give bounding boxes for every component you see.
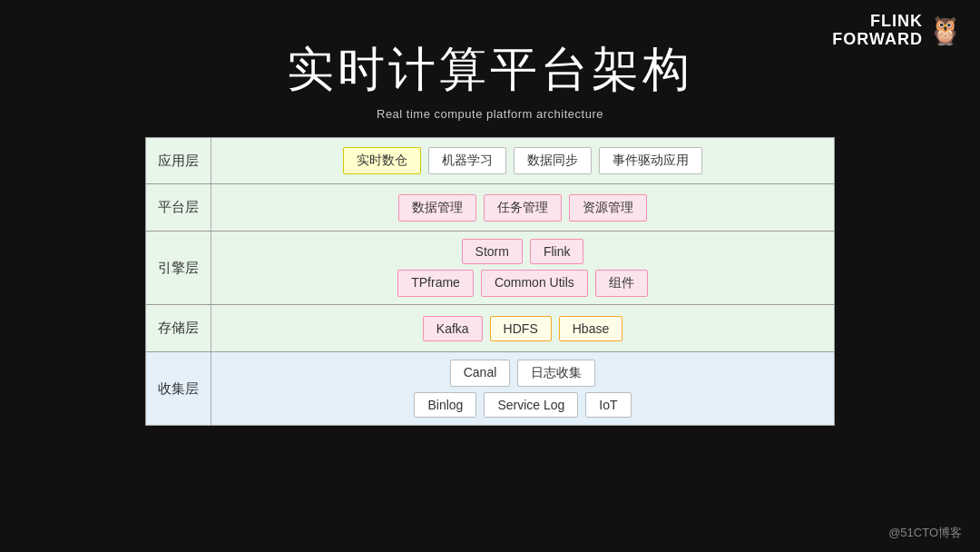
application-content: 实时数仓 机器学习 数据同步 事件驱动应用 <box>211 138 834 183</box>
chip-storm: Storm <box>462 239 523 264</box>
engine-content: Storm Flink TPframe Common Utils 组件 <box>211 232 834 304</box>
chip-realtime-warehouse: 实时数仓 <box>343 147 421 174</box>
logo-icon: 🦉 <box>928 15 962 46</box>
engine-row1: Storm Flink <box>224 239 821 264</box>
chip-task-management: 任务管理 <box>484 194 562 222</box>
chip-hbase: Hbase <box>559 316 622 341</box>
collection-row2: Binlog Service Log IoT <box>224 392 821 418</box>
platform-content: 数据管理 任务管理 资源管理 <box>211 184 834 231</box>
chip-flink: Flink <box>530 239 584 264</box>
application-label: 应用层 <box>146 138 211 183</box>
application-layer: 应用层 实时数仓 机器学习 数据同步 事件驱动应用 <box>145 137 835 184</box>
architecture-diagram: 应用层 实时数仓 机器学习 数据同步 事件驱动应用 平台层 数据管理 任务管理 … <box>145 137 835 426</box>
chip-event-driven: 事件驱动应用 <box>599 147 702 174</box>
logo-line2: FORWARD <box>832 31 923 49</box>
chip-service-log: Service Log <box>484 392 578 418</box>
logo: FLINK FORWARD 🦉 <box>832 13 962 49</box>
watermark: @51CTO博客 <box>888 525 962 541</box>
sub-title: Real time compute platform architecture <box>377 107 603 121</box>
chip-data-sync: 数据同步 <box>514 147 592 174</box>
chip-kafka: Kafka <box>423 316 483 341</box>
engine-label: 引擎层 <box>146 232 211 304</box>
platform-layer: 平台层 数据管理 任务管理 资源管理 <box>145 184 835 232</box>
chip-log-collection: 日志收集 <box>517 360 595 387</box>
logo-text: FLINK FORWARD <box>832 13 923 49</box>
chip-machine-learning: 机器学习 <box>428 147 506 174</box>
chip-canal: Canal <box>450 360 511 387</box>
chip-component: 组件 <box>595 270 648 297</box>
chip-common-utils: Common Utils <box>481 270 588 297</box>
chip-binlog: Binlog <box>414 392 476 418</box>
chip-hdfs: HDFS <box>490 316 552 341</box>
logo-line1: FLINK <box>870 13 923 31</box>
platform-label: 平台层 <box>146 184 211 231</box>
chip-resource-management: 资源管理 <box>569 194 647 222</box>
page-container: FLINK FORWARD 🦉 实时计算平台架构 Real time compu… <box>0 0 980 552</box>
storage-label: 存储层 <box>146 305 211 351</box>
storage-content: Kafka HDFS Hbase <box>211 305 834 351</box>
engine-layer: 引擎层 Storm Flink TPframe Common Utils 组件 <box>145 232 835 305</box>
collection-layer: 收集层 Canal 日志收集 Binlog Service Log IoT <box>145 352 835 426</box>
chip-iot: IoT <box>585 392 631 418</box>
chip-data-management: 数据管理 <box>398 194 476 222</box>
collection-label: 收集层 <box>146 352 211 425</box>
collection-content: Canal 日志收集 Binlog Service Log IoT <box>211 352 834 425</box>
storage-layer: 存储层 Kafka HDFS Hbase <box>145 305 835 352</box>
engine-row2: TPframe Common Utils 组件 <box>224 270 821 297</box>
main-title: 实时计算平台架构 <box>287 38 693 102</box>
collection-row1: Canal 日志收集 <box>224 360 821 387</box>
chip-tpframe: TPframe <box>397 270 474 297</box>
